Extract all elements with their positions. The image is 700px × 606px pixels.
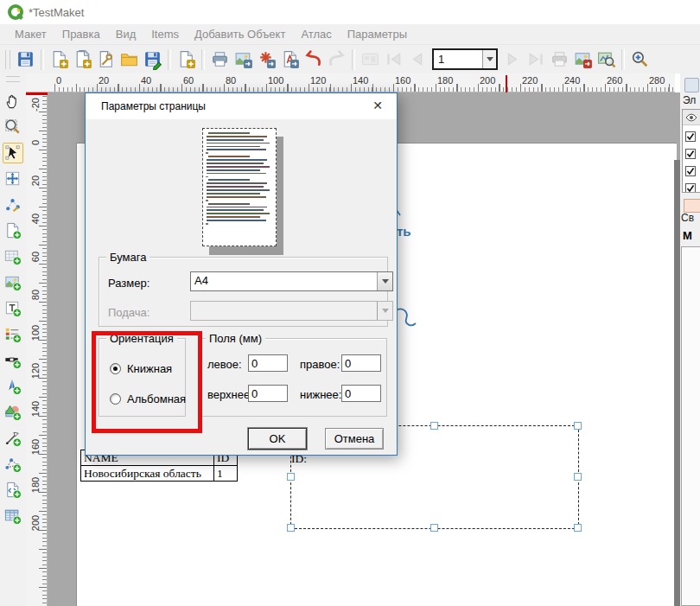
qgis-layout-window: *TestMaket МакетПравкаВидItemsДобавить О… bbox=[0, 0, 700, 606]
print-button[interactable] bbox=[208, 48, 232, 71]
add-page-tool[interactable] bbox=[3, 220, 23, 241]
add-label-tool[interactable] bbox=[3, 298, 23, 319]
dropdown-arrow-icon[interactable] bbox=[377, 272, 392, 290]
add-html-tool[interactable] bbox=[3, 480, 23, 501]
previous-feature-button bbox=[405, 48, 429, 71]
add-shape-tool[interactable] bbox=[3, 402, 23, 423]
edit-nodes-tool[interactable] bbox=[3, 195, 23, 215]
paper-size-combobox[interactable]: A4 bbox=[190, 271, 393, 291]
zoom-tool[interactable] bbox=[3, 117, 23, 137]
margin-input[interactable] bbox=[341, 354, 381, 372]
export-svg-button[interactable] bbox=[255, 48, 278, 71]
selection-handle[interactable] bbox=[430, 422, 438, 430]
qgis-logo-icon bbox=[7, 3, 25, 22]
add-html-icon bbox=[3, 481, 22, 500]
panel-splitter[interactable] bbox=[674, 160, 680, 606]
open-layout-button[interactable] bbox=[118, 48, 141, 71]
hruler-label: 180 bbox=[437, 75, 453, 86]
save-button[interactable] bbox=[14, 48, 37, 71]
selection-handle[interactable] bbox=[574, 524, 582, 532]
checkbox-icon bbox=[685, 183, 696, 193]
layer-checkbox[interactable] bbox=[685, 164, 696, 180]
undo-button[interactable] bbox=[302, 48, 325, 71]
layer-checkbox[interactable] bbox=[685, 130, 696, 145]
layer-checkbox[interactable] bbox=[685, 182, 696, 193]
checkbox-icon bbox=[685, 149, 696, 159]
menu-item-2[interactable]: Правка bbox=[54, 28, 108, 41]
nav-first-icon bbox=[384, 49, 404, 70]
add-legend-tool[interactable] bbox=[3, 324, 23, 345]
table-cell: 1 bbox=[214, 466, 238, 482]
add-image-icon bbox=[3, 273, 22, 292]
menu-item-1[interactable]: Макет bbox=[7, 28, 54, 41]
zoom-in-button[interactable] bbox=[628, 48, 652, 71]
greeked-text-line bbox=[207, 159, 267, 161]
add-map-tool[interactable] bbox=[3, 246, 23, 267]
new-layout-button[interactable] bbox=[48, 48, 71, 71]
ok-button[interactable]: OK bbox=[248, 428, 307, 450]
selection-handle[interactable] bbox=[287, 524, 295, 532]
pages-star-icon bbox=[73, 49, 93, 70]
add-node-item-tool[interactable] bbox=[3, 454, 23, 475]
atlas-page-combobox[interactable]: 1 bbox=[432, 48, 498, 70]
orientation-radio-1[interactable] bbox=[110, 363, 121, 374]
add-scalebar-tool[interactable] bbox=[3, 350, 23, 371]
margin-label: правое: bbox=[300, 358, 340, 371]
menu-item-7[interactable]: Параметры bbox=[340, 28, 415, 41]
add-north-arrow-tool[interactable] bbox=[3, 376, 23, 397]
add-table-tool[interactable] bbox=[3, 506, 23, 526]
vruler-label: 60 bbox=[30, 247, 41, 266]
duplicate-layout-button[interactable] bbox=[71, 48, 94, 71]
vruler-label: 80 bbox=[30, 285, 41, 304]
add-pages-button[interactable] bbox=[175, 48, 198, 71]
export-pdf-button[interactable] bbox=[278, 48, 302, 71]
toolbar-grip[interactable] bbox=[5, 50, 10, 69]
atlas-settings-button[interactable] bbox=[595, 48, 618, 71]
dialog-titlebar[interactable]: Параметры страницы ✕ bbox=[86, 93, 397, 119]
items-list-header bbox=[683, 110, 700, 125]
selection-handle[interactable] bbox=[574, 473, 582, 481]
hruler-label: 100 bbox=[268, 75, 283, 86]
layer-checkbox[interactable] bbox=[685, 147, 696, 163]
greeked-text-line bbox=[208, 156, 250, 157]
orientation-radio-2[interactable] bbox=[110, 393, 121, 405]
add-image-tool[interactable] bbox=[3, 272, 23, 293]
greeked-text-line bbox=[207, 169, 260, 171]
cancel-button[interactable]: Отмена bbox=[325, 428, 384, 450]
page-star-icon bbox=[176, 49, 197, 70]
selection-handle[interactable] bbox=[430, 524, 438, 532]
select-move-item-tool[interactable] bbox=[3, 143, 23, 163]
add-node-item-icon bbox=[3, 455, 22, 474]
margin-input[interactable] bbox=[248, 354, 288, 372]
move-content-tool[interactable] bbox=[3, 169, 23, 189]
close-icon[interactable]: ✕ bbox=[370, 99, 385, 112]
layout-manager-button[interactable] bbox=[94, 48, 118, 71]
menu-item-5[interactable]: Добавить Объект bbox=[187, 28, 293, 41]
selection-handle[interactable] bbox=[287, 473, 295, 481]
dropdown-arrow-icon[interactable] bbox=[482, 50, 496, 68]
pan-tool[interactable] bbox=[3, 91, 23, 112]
margins-groupbox: Поля (мм) левое:правое:верхнее:нижнее: bbox=[198, 338, 387, 417]
menu-item-3[interactable]: Вид bbox=[108, 28, 144, 41]
vruler-label: 100 bbox=[30, 323, 41, 342]
hruler-label: 160 bbox=[395, 75, 410, 86]
menu-item-4[interactable]: Items bbox=[143, 28, 187, 41]
redo-button bbox=[325, 48, 348, 71]
export-image-button[interactable] bbox=[232, 48, 255, 71]
selection-handle[interactable] bbox=[574, 422, 582, 430]
panel-tab-label[interactable]: М bbox=[683, 229, 692, 242]
edit-nodes-icon bbox=[3, 195, 22, 214]
add-arrow-tool[interactable] bbox=[3, 428, 23, 449]
margin-input[interactable] bbox=[341, 385, 381, 402]
save-as-button[interactable] bbox=[141, 48, 164, 71]
items-panel-title: Эл bbox=[683, 94, 696, 106]
export-atlas-button[interactable] bbox=[571, 48, 595, 71]
panel-toolbar-icon[interactable] bbox=[684, 78, 699, 92]
vruler-label: 40 bbox=[30, 209, 41, 228]
panel-button-fragment[interactable] bbox=[684, 199, 700, 213]
margin-input[interactable] bbox=[248, 385, 288, 402]
add-shape-icon bbox=[3, 403, 22, 422]
add-map-icon bbox=[3, 247, 22, 266]
toolbar-grip[interactable] bbox=[6, 76, 20, 82]
menu-item-6[interactable]: Атлас bbox=[293, 28, 339, 41]
